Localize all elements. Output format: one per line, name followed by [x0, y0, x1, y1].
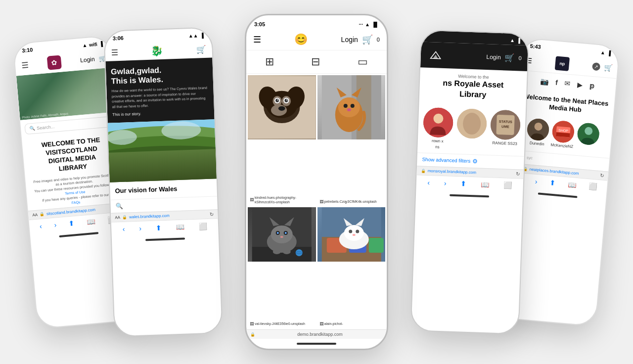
avatar-3-label: RANGE SS23: [493, 140, 518, 146]
home-bar-1: [59, 232, 98, 237]
photo-label-cat-orange: 🖼 petrebels-Czqy3CfMK4k-unsplash: [317, 198, 386, 206]
svg-text:STATUS: STATUS: [499, 120, 513, 124]
login-btn-1[interactable]: Login: [80, 55, 95, 64]
filter-text[interactable]: Show advanced filters: [422, 157, 470, 164]
neat-avatar-1: [526, 118, 550, 141]
reload-icon-4[interactable]: ↻: [515, 171, 519, 177]
share-btn-1[interactable]: ⬆: [68, 220, 75, 228]
pinterest-icon[interactable]: 𝕡: [589, 82, 595, 90]
bookmark-btn-1[interactable]: 📖: [87, 218, 95, 226]
signal-icon-1: ▲: [82, 42, 88, 48]
cart-icon-2[interactable]: 🛒: [196, 44, 206, 54]
avatar-2: [456, 108, 487, 139]
status-icons-2: ▲▲ ▐: [188, 32, 204, 38]
svg-point-42: [273, 249, 281, 254]
back-btn-2[interactable]: ‹: [122, 225, 125, 233]
status-icons-5: ▲ ▐: [600, 49, 611, 56]
avatar-item-1: rown x ns: [422, 107, 453, 149]
hamburger-icon-3[interactable]: ☰: [253, 34, 261, 45]
youtube-icon[interactable]: ▶: [577, 81, 583, 89]
forward-btn-5[interactable]: ›: [535, 178, 538, 185]
photo-item-cat-orange[interactable]: 🖼 petrebels-Czqy3CfMK4k-unsplash: [317, 75, 386, 206]
sync-label: syc: [527, 155, 533, 160]
forward-btn-4[interactable]: ›: [444, 179, 447, 187]
reload-icon-5[interactable]: ↻: [600, 173, 604, 179]
hamburger-icon-1[interactable]: ☰: [21, 60, 29, 70]
svg-point-28: [343, 104, 347, 108]
tabs-btn-4[interactable]: ⬜: [503, 181, 512, 189]
signal-icon-3: ···: [359, 22, 363, 27]
filter-icon[interactable]: ⚙: [472, 158, 478, 165]
svg-point-29: [350, 104, 354, 108]
reload-icon-2[interactable]: ↻: [210, 212, 214, 217]
cart-icon-3[interactable]: 🛒: [362, 34, 373, 45]
wales-desc: How do we want the world to see us? The …: [111, 86, 209, 110]
back-btn-4[interactable]: ‹: [427, 179, 430, 186]
svg-point-57: [352, 234, 355, 236]
monsroyal-title-section: Welcome to the ns Royale Asset Library: [419, 67, 527, 106]
login-btn-4[interactable]: Login: [486, 53, 501, 61]
photo-item-cat-grey[interactable]: 🖼 val-tievsky-J4itE356ie0-unsplash: [248, 207, 316, 328]
time-3: 3:05: [254, 21, 265, 27]
list-tab[interactable]: ⊟: [311, 55, 320, 68]
wifi-icon-2: ▲▲: [188, 33, 198, 39]
phone-monsroyal: ▲ ▐ Login 🛒 0: [410, 29, 529, 334]
wifi-icon-4: ▲: [510, 38, 515, 43]
cart-icon-4[interactable]: 🛒: [504, 53, 515, 63]
status-bar-3: 3:05 ··· ▲ ▐▌: [246, 15, 387, 29]
search-icon-wales: 🔍: [115, 203, 123, 210]
login-btn-3[interactable]: Login: [341, 36, 358, 44]
bookmark-btn-2[interactable]: 📖: [176, 223, 184, 231]
battery-icon-2: ▐: [200, 32, 203, 38]
url-3[interactable]: demo.brandkitapp.com: [257, 332, 383, 337]
svg-point-56: [356, 230, 359, 233]
cart-count-4: 0: [518, 55, 522, 61]
forward-btn-1[interactable]: ›: [54, 221, 57, 229]
url-4[interactable]: monsroyal.brandkitapp.com: [428, 169, 477, 175]
instagram-icon[interactable]: 📷: [540, 77, 549, 86]
neat-avatar-2: SHOP: [551, 120, 575, 143]
back-btn-1[interactable]: ‹: [39, 222, 42, 230]
svg-point-55: [349, 230, 352, 233]
home-bar-3: [297, 343, 336, 345]
svg-point-52: [344, 225, 363, 241]
emoji-logo: 😊: [294, 33, 308, 46]
faqs-link[interactable]: FAQs: [72, 200, 81, 204]
bookmark-btn-4[interactable]: 📖: [481, 180, 490, 188]
photo-item-dog[interactable]: 🖼 kindred-hues-photography-kSlhmzcdIXs-u…: [248, 75, 316, 206]
forward-btn-2[interactable]: ›: [139, 225, 141, 232]
avatar-1-sub: ns: [435, 144, 440, 149]
bookmark-btn-5[interactable]: 📖: [568, 180, 577, 188]
grid-tab[interactable]: ⊞: [265, 55, 274, 68]
lock-icon-2: 🔒: [122, 215, 127, 220]
hamburger-icon-2[interactable]: ☰: [111, 47, 118, 57]
photo-item-cat-white[interactable]: 🖼 alain-pichot-: [317, 207, 386, 328]
icon-btn-5[interactable]: ↗: [592, 62, 600, 71]
url-2[interactable]: wales.brandkitapp.com: [129, 214, 170, 220]
wales-black-section: Gwlad,gwlad. This is Wales. How do we wa…: [105, 57, 214, 123]
svg-point-39: [277, 232, 279, 234]
time-1: 3:10: [22, 46, 33, 53]
share-btn-5[interactable]: ⬆: [549, 179, 556, 187]
tabs-btn-2[interactable]: ⬜: [198, 222, 207, 230]
avatar-item-2: [456, 108, 487, 139]
cart-count-3: 0: [377, 37, 380, 43]
svg-rect-50: [368, 238, 383, 253]
single-tab[interactable]: ▭: [358, 55, 368, 68]
svg-point-41: [280, 236, 283, 238]
battery-icon-3: ▐▌: [372, 22, 379, 27]
share-btn-4[interactable]: ⬆: [460, 180, 467, 187]
home-bar-5: [538, 192, 578, 198]
neat-avatar-item-1: Dunedin: [526, 118, 550, 147]
home-indicator-3: [246, 339, 387, 349]
tabs-btn-5[interactable]: ⬜: [588, 182, 597, 190]
home-bar-2: [145, 238, 185, 241]
search-text: Search...: [37, 124, 55, 131]
share-btn-2[interactable]: ⬆: [156, 224, 162, 232]
facebook-icon[interactable]: f: [555, 79, 558, 87]
email-icon[interactable]: ✉: [564, 79, 571, 88]
status-icons-4: ▲ ▐: [510, 38, 520, 44]
svg-point-20: [278, 106, 285, 111]
cart-icon-5[interactable]: 🛒: [604, 63, 613, 72]
wales-landscape: [108, 120, 217, 182]
